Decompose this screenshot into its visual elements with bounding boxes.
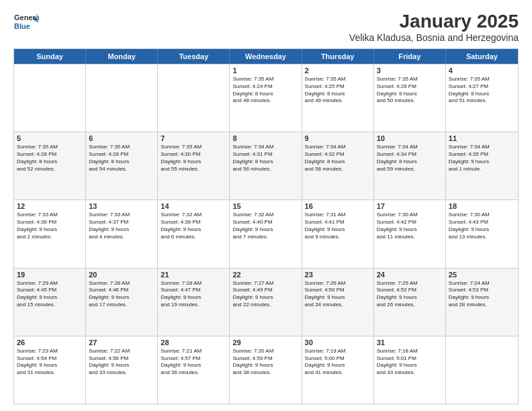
- day-info: Sunrise: 7:30 AM Sunset: 4:43 PM Dayligh…: [449, 212, 515, 240]
- day-info: Sunrise: 7:20 AM Sunset: 4:59 PM Dayligh…: [232, 348, 298, 377]
- day-info: Sunrise: 7:26 AM Sunset: 4:50 PM Dayligh…: [305, 280, 371, 309]
- day-cell-24: 24Sunrise: 7:25 AM Sunset: 4:52 PM Dayli…: [374, 269, 446, 336]
- day-cell-25: 25Sunrise: 7:24 AM Sunset: 4:53 PM Dayli…: [446, 269, 518, 336]
- day-number: 25: [449, 271, 515, 279]
- day-cell-30: 30Sunrise: 7:19 AM Sunset: 5:00 PM Dayli…: [302, 336, 374, 404]
- day-info: Sunrise: 7:19 AM Sunset: 5:00 PM Dayligh…: [305, 348, 371, 377]
- day-cell-28: 28Sunrise: 7:21 AM Sunset: 4:57 PM Dayli…: [158, 336, 230, 404]
- page-subtitle: Velika Kladusa, Bosnia and Herzegovina: [349, 32, 519, 43]
- day-info: Sunrise: 7:33 AM Sunset: 4:36 PM Dayligh…: [17, 212, 83, 240]
- empty-cell: [86, 64, 158, 132]
- day-info: Sunrise: 7:21 AM Sunset: 4:57 PM Dayligh…: [161, 348, 226, 377]
- day-cell-9: 9Sunrise: 7:34 AM Sunset: 4:32 PM Daylig…: [302, 132, 374, 199]
- day-number: 21: [161, 271, 226, 279]
- calendar-header: SundayMondayTuesdayWednesdayThursdayFrid…: [14, 49, 518, 64]
- header-day-wednesday: Wednesday: [230, 49, 302, 64]
- day-number: 31: [377, 338, 443, 347]
- day-cell-8: 8Sunrise: 7:34 AM Sunset: 4:31 PM Daylig…: [230, 132, 302, 199]
- day-info: Sunrise: 7:28 AM Sunset: 4:46 PM Dayligh…: [89, 280, 154, 309]
- day-cell-5: 5Sunrise: 7:35 AM Sunset: 4:28 PM Daylig…: [14, 132, 86, 199]
- header-day-friday: Friday: [374, 49, 446, 64]
- day-info: Sunrise: 7:34 AM Sunset: 4:32 PM Dayligh…: [305, 144, 371, 173]
- day-info: Sunrise: 7:35 AM Sunset: 4:27 PM Dayligh…: [449, 76, 515, 105]
- day-cell-14: 14Sunrise: 7:32 AM Sunset: 4:38 PM Dayli…: [158, 200, 230, 267]
- calendar-row-1: 5Sunrise: 7:35 AM Sunset: 4:28 PM Daylig…: [14, 132, 518, 199]
- day-number: 22: [232, 271, 298, 279]
- empty-cell: [446, 336, 518, 404]
- day-info: Sunrise: 7:35 AM Sunset: 4:24 PM Dayligh…: [232, 76, 298, 105]
- day-info: Sunrise: 7:34 AM Sunset: 4:31 PM Dayligh…: [232, 144, 298, 173]
- empty-cell: [158, 64, 230, 132]
- header-day-thursday: Thursday: [302, 49, 374, 64]
- day-number: 26: [17, 338, 83, 347]
- day-cell-10: 10Sunrise: 7:34 AM Sunset: 4:34 PM Dayli…: [374, 132, 446, 199]
- day-cell-2: 2Sunrise: 7:35 AM Sunset: 4:25 PM Daylig…: [302, 64, 374, 132]
- day-cell-6: 6Sunrise: 7:35 AM Sunset: 4:29 PM Daylig…: [86, 132, 158, 199]
- empty-cell: [14, 64, 86, 132]
- header-day-tuesday: Tuesday: [158, 49, 230, 64]
- day-info: Sunrise: 7:22 AM Sunset: 4:56 PM Dayligh…: [89, 348, 154, 377]
- calendar-row-4: 26Sunrise: 7:23 AM Sunset: 4:54 PM Dayli…: [14, 336, 518, 404]
- day-info: Sunrise: 7:34 AM Sunset: 4:35 PM Dayligh…: [449, 144, 515, 173]
- day-cell-29: 29Sunrise: 7:20 AM Sunset: 4:59 PM Dayli…: [230, 336, 302, 404]
- day-number: 28: [161, 338, 226, 347]
- day-number: 1: [232, 66, 298, 75]
- day-cell-18: 18Sunrise: 7:30 AM Sunset: 4:43 PM Dayli…: [446, 200, 518, 267]
- calendar-row-3: 19Sunrise: 7:29 AM Sunset: 4:45 PM Dayli…: [14, 268, 518, 336]
- header-day-monday: Monday: [86, 49, 158, 64]
- day-cell-13: 13Sunrise: 7:33 AM Sunset: 4:37 PM Dayli…: [86, 200, 158, 267]
- day-number: 17: [377, 202, 443, 210]
- day-cell-3: 3Sunrise: 7:35 AM Sunset: 4:26 PM Daylig…: [374, 64, 446, 132]
- day-number: 9: [305, 134, 371, 142]
- svg-text:Blue: Blue: [14, 22, 30, 30]
- day-number: 4: [449, 66, 515, 75]
- day-info: Sunrise: 7:23 AM Sunset: 4:54 PM Dayligh…: [17, 348, 83, 377]
- day-info: Sunrise: 7:29 AM Sunset: 4:45 PM Dayligh…: [17, 280, 83, 309]
- day-cell-19: 19Sunrise: 7:29 AM Sunset: 4:45 PM Dayli…: [14, 269, 86, 336]
- calendar: SundayMondayTuesdayWednesdayThursdayFrid…: [13, 48, 519, 404]
- day-info: Sunrise: 7:30 AM Sunset: 4:42 PM Dayligh…: [377, 212, 443, 240]
- day-number: 14: [161, 202, 226, 210]
- day-info: Sunrise: 7:32 AM Sunset: 4:38 PM Dayligh…: [161, 212, 226, 240]
- day-number: 10: [377, 134, 443, 142]
- day-number: 7: [161, 134, 226, 142]
- day-number: 27: [89, 338, 154, 347]
- day-info: Sunrise: 7:33 AM Sunset: 4:37 PM Dayligh…: [89, 212, 154, 240]
- day-number: 3: [377, 66, 443, 75]
- day-info: Sunrise: 7:35 AM Sunset: 4:25 PM Dayligh…: [305, 76, 371, 105]
- day-cell-7: 7Sunrise: 7:35 AM Sunset: 4:30 PM Daylig…: [158, 132, 230, 199]
- day-info: Sunrise: 7:24 AM Sunset: 4:53 PM Dayligh…: [449, 280, 515, 309]
- day-info: Sunrise: 7:25 AM Sunset: 4:52 PM Dayligh…: [377, 280, 443, 309]
- day-number: 2: [305, 66, 371, 75]
- day-number: 20: [89, 271, 154, 279]
- day-info: Sunrise: 7:18 AM Sunset: 5:01 PM Dayligh…: [377, 348, 443, 377]
- day-number: 16: [305, 202, 371, 210]
- day-info: Sunrise: 7:35 AM Sunset: 4:28 PM Dayligh…: [17, 144, 83, 173]
- day-info: Sunrise: 7:35 AM Sunset: 4:26 PM Dayligh…: [377, 76, 443, 105]
- day-number: 11: [449, 134, 515, 142]
- day-info: Sunrise: 7:35 AM Sunset: 4:30 PM Dayligh…: [161, 144, 226, 173]
- logo: General Blue: [13, 11, 39, 36]
- day-number: 24: [377, 271, 443, 279]
- logo-svg: General Blue: [13, 11, 39, 36]
- day-number: 15: [232, 202, 298, 210]
- day-cell-12: 12Sunrise: 7:33 AM Sunset: 4:36 PM Dayli…: [14, 200, 86, 267]
- title-block: January 2025 Velika Kladusa, Bosnia and …: [349, 11, 519, 43]
- header: General Blue January 2025 Velika Kladusa…: [13, 11, 519, 43]
- day-info: Sunrise: 7:32 AM Sunset: 4:40 PM Dayligh…: [232, 212, 298, 240]
- header-day-sunday: Sunday: [14, 49, 86, 64]
- day-info: Sunrise: 7:28 AM Sunset: 4:47 PM Dayligh…: [161, 280, 226, 309]
- day-number: 8: [232, 134, 298, 142]
- day-cell-23: 23Sunrise: 7:26 AM Sunset: 4:50 PM Dayli…: [302, 269, 374, 336]
- day-cell-4: 4Sunrise: 7:35 AM Sunset: 4:27 PM Daylig…: [446, 64, 518, 132]
- day-number: 18: [449, 202, 515, 210]
- day-number: 19: [17, 271, 83, 279]
- page-title: January 2025: [349, 11, 519, 32]
- day-cell-11: 11Sunrise: 7:34 AM Sunset: 4:35 PM Dayli…: [446, 132, 518, 199]
- day-number: 6: [89, 134, 154, 142]
- day-cell-22: 22Sunrise: 7:27 AM Sunset: 4:49 PM Dayli…: [230, 269, 302, 336]
- day-number: 5: [17, 134, 83, 142]
- day-cell-16: 16Sunrise: 7:31 AM Sunset: 4:41 PM Dayli…: [302, 200, 374, 267]
- day-cell-17: 17Sunrise: 7:30 AM Sunset: 4:42 PM Dayli…: [374, 200, 446, 267]
- day-cell-21: 21Sunrise: 7:28 AM Sunset: 4:47 PM Dayli…: [158, 269, 230, 336]
